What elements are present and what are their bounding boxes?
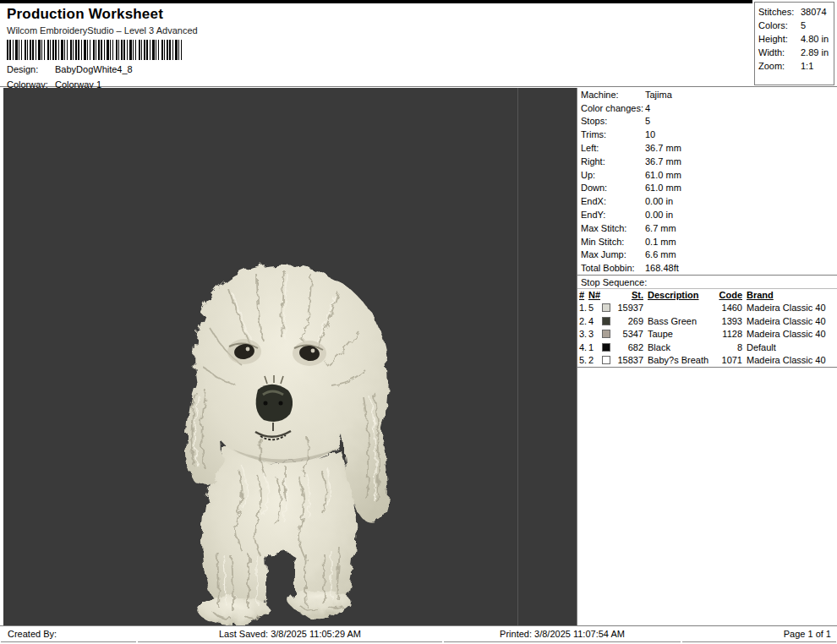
info-row-color-changes: Color changes:4 [577,101,837,115]
stat-stitches: Stitches:38074 [758,5,834,19]
page-indicator: Page 1 of 1 [682,626,836,642]
design-stats-box: Stitches:38074 Colors:5 Height:4.80 in W… [754,2,834,85]
design-name: BabyDogWhite4_8 [55,63,133,75]
info-row-down: Down:61.0 mm [577,182,837,195]
info-row-stops: Stops:5 [577,115,837,128]
info-row-total-bobbin: Total Bobbin:168.48ft [577,261,837,275]
col-brand: Brand [742,290,837,300]
info-row-endy: EndY:0.00 in [577,208,837,221]
embroidery-dog-design [166,257,411,625]
stop-sequence-row-2: 2. 4 269 Bass Green 1393 Madeira Classic… [577,314,837,328]
stat-zoom: Zoom:1:1 [758,59,834,73]
page-title: Production Worksheet [7,6,514,23]
col-num: # [577,290,588,300]
col-stitches: St. [615,290,643,300]
created-by-label: Created By: [1,626,136,642]
info-row-machine: Machine:Tajima [577,88,837,101]
header-top-rule [0,0,752,3]
thread-swatch-taupe [602,330,610,338]
thread-swatch-light-gray [602,303,610,312]
thread-swatch-bass-green [602,317,610,325]
info-row-up: Up:61.0 mm [577,168,837,182]
thread-swatch-white [602,356,610,364]
header: Production Worksheet Wilcom EmbroiderySt… [0,0,837,87]
info-row-left: Left:36.7 mm [577,141,837,155]
footer: Created By: Last Saved: 3/8/2025 11:05:2… [0,625,837,644]
app-subtitle: Wilcom EmbroideryStudio – Level 3 Advanc… [7,25,514,36]
stat-width: Width:2.89 in [758,46,834,59]
info-row-trims: Trims:10 [577,128,837,141]
dog-body [187,264,388,625]
col-description: Description [643,290,718,300]
printed-text: Printed: 3/8/2025 11:07:54 AM [444,626,681,642]
stat-height: Height:4.80 in [758,32,834,46]
machine-info-panel: Machine:Tajima Color changes:4 Stops:5 T… [577,88,837,625]
stop-sequence-row-4: 4. 1 682 Black 8 Default [577,341,837,354]
col-needle: N# [588,290,602,300]
thread-swatch-black [602,343,610,352]
design-barcode [7,40,183,60]
last-saved-text: Last Saved: 3/8/2025 11:05:29 AM [138,626,442,642]
design-canvas [3,88,577,625]
col-code: Code [718,290,742,300]
production-worksheet-page: Production Worksheet Wilcom EmbroiderySt… [0,0,837,644]
design-row: Design: BabyDogWhite4_8 [7,63,514,75]
info-row-right: Right:36.7 mm [577,155,837,168]
stop-sequence-header: # N# St. Description Code Brand [577,288,837,301]
stop-sequence-title: Stop Sequence: [577,275,837,288]
table-end-rule [577,367,837,368]
info-row-min-stitch: Min Stitch:0.1 mm [577,235,837,248]
canvas-boundary-line [517,88,518,625]
stop-sequence-row-5: 5. 2 15837 Baby?s Breath 1071 Madeira Cl… [577,354,837,368]
header-info: Production Worksheet Wilcom EmbroiderySt… [7,6,514,90]
design-label: Design: [7,63,55,75]
stop-sequence-row-3: 3. 3 5347 Taupe 1128 Madeira Classic 40 [577,327,837,341]
info-row-endx: EndX:0.00 in [577,194,837,208]
stat-colors: Colors:5 [758,19,834,32]
info-row-max-stitch: Max Stitch:6.7 mm [577,221,837,235]
info-row-max-jump: Max Jump:6.6 mm [577,248,837,262]
stop-sequence-row-1: 1. 5 15937 1460 Madeira Classic 40 [577,301,837,314]
